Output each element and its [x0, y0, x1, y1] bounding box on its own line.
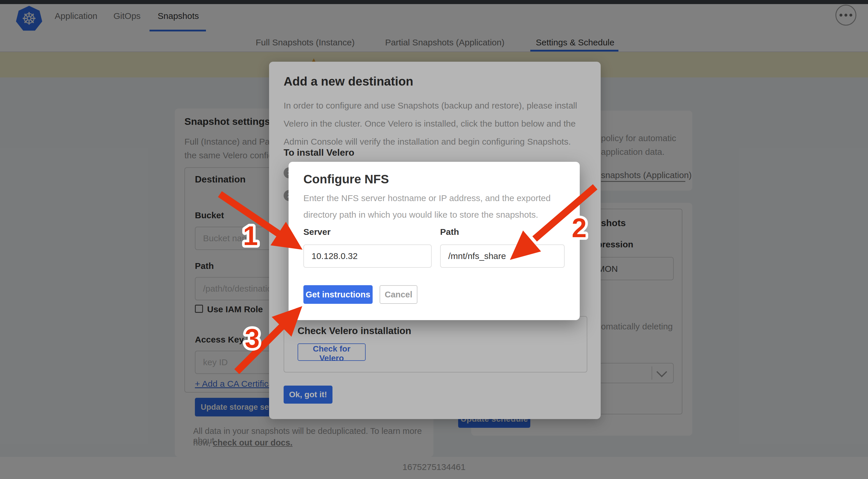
get-instructions-button[interactable]: Get instructions: [303, 285, 373, 304]
admin-console-page: ☸ Application GitOps Snapshots Full Snap…: [0, 0, 868, 479]
nfs-desc-line2: directory path in which you would like t…: [303, 210, 538, 220]
configure-nfs-modal: Configure NFS Enter the NFS server hostn…: [288, 162, 580, 320]
configure-nfs-title: Configure NFS: [303, 172, 389, 186]
cancel-button[interactable]: Cancel: [380, 285, 417, 304]
server-input[interactable]: [303, 244, 432, 268]
nfs-path-input[interactable]: [440, 244, 565, 268]
nfs-desc-line1: Enter the NFS server hostname or IP addr…: [303, 193, 551, 203]
nfs-path-label: Path: [440, 227, 459, 237]
server-label: Server: [303, 227, 331, 237]
